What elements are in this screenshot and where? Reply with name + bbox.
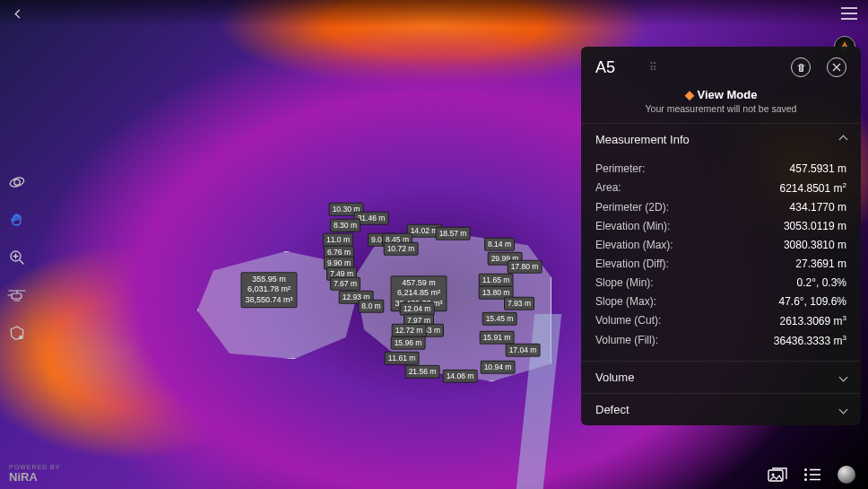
powered-by: POWERED BY NiRA (9, 464, 60, 484)
powered-by-label: POWERED BY (9, 464, 60, 470)
measurement-row: Elevation (Diff):27.3691 m (595, 254, 846, 273)
edge-length-label[interactable]: 11.61 m (385, 352, 420, 365)
svg-point-3 (14, 179, 20, 185)
svg-point-2 (9, 176, 25, 188)
measurement-key: Elevation (Max): (595, 239, 673, 251)
edge-length-label[interactable]: 17.04 m (506, 344, 541, 357)
edge-length-label[interactable]: 10.72 m (384, 242, 419, 256)
back-button[interactable] (9, 4, 29, 23)
edge-length-label[interactable]: 15.45 m (482, 312, 517, 326)
edge-length-label[interactable]: 7.93 m (504, 297, 534, 310)
measurement-key: Perimeter: (595, 162, 645, 175)
photo-stack-icon (768, 467, 787, 483)
measurement-value: 3080.3810 m (784, 239, 846, 251)
edge-length-label[interactable]: 7.67 m (330, 277, 360, 291)
svg-point-10 (804, 478, 807, 481)
measure-polygon-tool[interactable] (4, 319, 30, 346)
measurement-row: Perimeter:457.5931 m (595, 159, 846, 178)
measurement-row: Elevation (Max):3080.3810 m (595, 235, 846, 254)
measurement-key: Elevation (Min): (595, 220, 670, 232)
section-title: Volume (595, 371, 634, 384)
measurement-panel: A5 ⠿ ◆View Mode Your measurement will no… (581, 47, 861, 425)
helicopter-icon (7, 288, 27, 302)
panel-header[interactable]: A5 ⠿ (581, 47, 861, 84)
close-button[interactable] (827, 57, 846, 77)
menu-button[interactable] (839, 4, 859, 23)
edge-length-label[interactable]: 17.80 m (508, 260, 542, 274)
view-mode-banner: ◆View Mode Your measurement will not be … (581, 84, 861, 123)
measurement-row: Area:6214.8501 m2 (595, 178, 846, 197)
pan-tool[interactable] (4, 206, 30, 233)
section-volume[interactable]: Volume (581, 361, 861, 393)
polygon-summary-label[interactable]: 355.95 m6,031.78 m²38,550.74 m³ (240, 272, 297, 308)
measurement-row: Volume (Fill):36436.3333 m3 (595, 330, 846, 350)
measurement-value: 0.2°, 0.3% (797, 276, 847, 289)
left-toolbar (4, 169, 30, 346)
measurement-key: Slope (Min): (595, 276, 654, 289)
measurement-value: 47.6°, 109.6% (778, 295, 846, 308)
orbit-icon (8, 173, 26, 191)
sphere-icon (838, 466, 855, 484)
banner-subtitle: Your measurement will not be saved (581, 103, 861, 114)
edge-length-label[interactable]: 15.91 m (480, 331, 515, 345)
section-title: Defect (595, 403, 629, 416)
helicopter-tool[interactable] (4, 282, 30, 309)
section-title: Measurement Info (595, 133, 690, 146)
measurement-row: Volume (Cut):2613.3069 m3 (595, 310, 846, 330)
warning-icon: ◆ (685, 88, 694, 101)
measurement-row: Elevation (Min):3053.0119 m (595, 216, 846, 235)
measurement-row: Perimeter (2D):434.1770 m (595, 197, 846, 216)
edge-length-label[interactable]: 15.96 m (391, 336, 426, 350)
chevron-down-icon (839, 406, 848, 415)
measurement-value: 457.5931 m (790, 162, 846, 175)
close-icon (832, 63, 841, 72)
section-measurement-info[interactable]: Measurement Info (581, 123, 861, 155)
measurement-value: 2613.3069 m3 (779, 314, 846, 327)
svg-point-7 (772, 474, 775, 476)
measurement-key: Volume (Cut): (595, 314, 661, 327)
svg-point-8 (804, 468, 807, 471)
list-button[interactable] (803, 467, 821, 482)
powered-by-logo: NiRA (9, 470, 60, 484)
measurement-value: 3053.0119 m (784, 220, 846, 232)
edge-length-label[interactable]: 11.0 m (323, 233, 353, 247)
measurement-key: Volume (Fill): (595, 334, 658, 347)
measurement-key: Perimeter (2D): (595, 201, 669, 214)
delete-button[interactable] (791, 57, 811, 77)
measurement-key: Area: (595, 181, 621, 195)
edge-length-label[interactable]: 11.65 m (479, 274, 514, 287)
measurement-row: Slope (Min):0.2°, 0.3% (595, 273, 846, 292)
measurement-key: Slope (Max): (595, 295, 656, 308)
chevron-up-icon (839, 135, 848, 144)
polygon-measure-icon (8, 324, 26, 342)
edge-length-label[interactable]: 8.30 m (330, 219, 360, 232)
edge-length-label[interactable]: 8.14 m (484, 238, 515, 251)
edge-length-label[interactable]: 21.56 m (405, 365, 440, 379)
svg-point-9 (804, 474, 807, 476)
edge-length-label[interactable]: 8.0 m (358, 300, 384, 313)
measurement-value: 27.3691 m (795, 258, 846, 270)
magnifier-plus-icon (8, 249, 26, 266)
measurement-value: 434.1770 m (790, 201, 846, 214)
measurement-key: Elevation (Diff): (595, 258, 669, 270)
svg-point-5 (19, 336, 22, 339)
orbit-tool[interactable] (4, 169, 30, 196)
drag-handle-icon[interactable]: ⠿ (649, 61, 659, 74)
bottom-bar (768, 466, 855, 484)
trash-icon (796, 63, 806, 73)
measurement-value: 36436.3333 m3 (774, 334, 846, 347)
hamburger-icon (841, 7, 857, 20)
edge-length-label[interactable]: 12.72 m (392, 324, 427, 337)
top-bar (0, 0, 868, 27)
chevron-down-icon (839, 373, 848, 382)
edge-length-label[interactable]: 18.57 m (436, 227, 471, 240)
edge-length-label[interactable]: 14.06 m (443, 370, 478, 383)
hand-icon (8, 211, 26, 229)
zoom-tool[interactable] (4, 244, 30, 271)
photo-stack-button[interactable] (768, 467, 787, 483)
material-sphere-button[interactable] (838, 466, 855, 484)
panel-title: A5 (595, 58, 615, 77)
edge-length-label[interactable]: 10.94 m (481, 361, 516, 374)
measurement-rows: Perimeter:457.5931 mArea:6214.8501 m2Per… (581, 155, 861, 361)
section-defect[interactable]: Defect (581, 393, 861, 425)
